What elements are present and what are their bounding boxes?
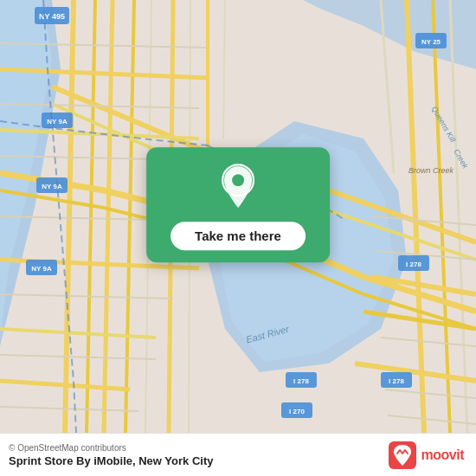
svg-text:NY 9A: NY 9A — [31, 265, 52, 273]
svg-text:I 278: I 278 — [293, 377, 309, 385]
svg-text:Brown Creek: Brown Creek — [408, 166, 454, 175]
svg-text:NY 9A: NY 9A — [47, 118, 68, 125]
moovit-logo: moovit — [389, 441, 464, 469]
svg-point-59 — [232, 174, 244, 186]
svg-text:I 278: I 278 — [406, 261, 421, 268]
take-me-there-button[interactable]: Take me there — [170, 222, 306, 250]
bottom-left-info: © OpenStreetMap contributors Sprint Stor… — [9, 443, 213, 467]
location-name: Sprint Store By iMobile, New York City — [9, 454, 213, 467]
svg-text:NY 495: NY 495 — [39, 12, 65, 21]
map-container: NY 495 NY 9A NY 9A NY 9A NY 25 I 278 I 2… — [0, 0, 476, 433]
svg-text:NY 9A: NY 9A — [42, 183, 62, 190]
map-overlay: Take me there — [146, 147, 330, 262]
svg-text:NY 25: NY 25 — [421, 38, 441, 46]
bottom-bar: © OpenStreetMap contributors Sprint Stor… — [0, 433, 476, 476]
take-me-there-card: Take me there — [146, 147, 330, 262]
moovit-brand-name: moovit — [421, 447, 464, 463]
svg-text:I 278: I 278 — [389, 377, 404, 385]
svg-text:I 270: I 270 — [289, 408, 305, 415]
copyright-text: © OpenStreetMap contributors — [9, 443, 213, 453]
location-pin-icon — [219, 163, 257, 209]
moovit-brand-icon — [389, 441, 416, 469]
